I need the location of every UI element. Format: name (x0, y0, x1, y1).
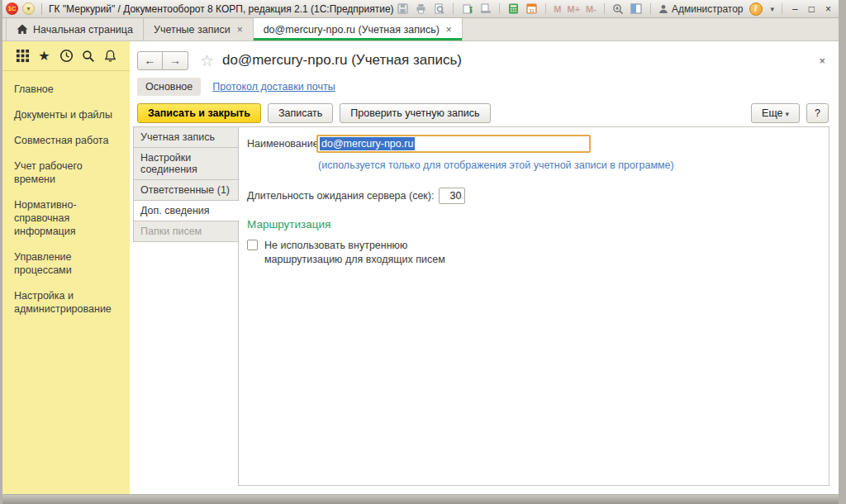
name-input[interactable]: do@mercury-npo.ru (316, 135, 591, 153)
app-logo-icon[interactable]: 1С (6, 2, 18, 15)
print-preview-icon[interactable] (433, 2, 445, 15)
svg-text:31: 31 (530, 8, 535, 13)
app-window: 1С ▾ ГК "Меркурий" / Документооборот 8 К… (0, 0, 846, 504)
page-title: do@mercury-npo.ru (Учетная запись) (222, 52, 462, 69)
calendar-icon[interactable]: 31 (525, 2, 538, 15)
sidebar-tools: ★ (2, 41, 130, 71)
save-icon[interactable] (397, 2, 409, 15)
check-account-button[interactable]: Проверить учетную запись (340, 103, 490, 123)
close-window-button[interactable]: × (823, 3, 834, 15)
additional-info-panel: Наименование: do@mercury-npo.ru (использ… (238, 126, 829, 486)
send-file-icon[interactable] (479, 2, 492, 15)
form-content: Учетная запись Настройки соединения Отве… (130, 123, 839, 486)
form-side-tabs: Учетная запись Настройки соединения Отве… (133, 126, 239, 242)
main-area: ← → ☆ do@mercury-npo.ru (Учетная запись)… (130, 41, 839, 494)
split-view-icon[interactable] (630, 2, 643, 15)
form-header: ← → ☆ do@mercury-npo.ru (Учетная запись)… (130, 41, 839, 71)
save-and-close-button[interactable]: Записать и закрыть (137, 103, 261, 123)
zoom-icon[interactable] (612, 2, 625, 15)
side-tab-account[interactable]: Учетная запись (133, 126, 239, 148)
divider (604, 3, 605, 14)
side-tab-connection-settings[interactable]: Настройки соединения (133, 147, 239, 180)
memory-recall-button[interactable]: M (554, 4, 561, 14)
sections-sidebar: ★ Главное Документы и файлы Совместная р… (2, 41, 130, 494)
routing-group-heading: Маршрутизация (247, 218, 820, 231)
server-timeout-label: Длительность ожидания сервера (сек): (247, 190, 434, 202)
sidebar-item-settings-administration[interactable]: Настройка и администрирование (14, 289, 130, 316)
divider (545, 3, 546, 14)
search-icon[interactable] (80, 48, 97, 64)
divider (453, 3, 454, 14)
side-tab-additional-info[interactable]: Доп. сведения (133, 200, 240, 221)
user-icon (658, 4, 668, 14)
window-title: ГК "Меркурий" / Документооборот 8 КОРП, … (49, 3, 394, 15)
sidebar-item-collaboration[interactable]: Совместная работа (14, 134, 130, 147)
nav-tab-mail-delivery-log[interactable]: Протокол доставки почты (212, 81, 335, 93)
caret-down-icon: ▾ (786, 110, 790, 118)
routing-checkbox-label: Не использовать внутреннюю маршрутизацию… (264, 239, 471, 268)
sidebar-item-documents-files[interactable]: Документы и файлы (14, 108, 130, 121)
tab-label: do@mercury-npo.ru (Учетная запись) (264, 24, 440, 36)
form-nav-tabs: Основное Протокол доставки почты (130, 71, 839, 96)
routing-checkbox[interactable] (247, 240, 258, 250)
divider (499, 3, 500, 14)
tab-home[interactable]: Начальная страница (6, 18, 144, 40)
tab-label: Учетные записи (154, 24, 231, 36)
tab-accounts-list[interactable]: Учетные записи × (144, 18, 254, 40)
window-bottom-frame (2, 494, 839, 504)
info-dropdown-icon[interactable]: ▾ (771, 5, 775, 13)
name-field-hint: (используется только для отображения это… (318, 159, 682, 174)
history-icon[interactable] (58, 48, 74, 64)
memory-add-button[interactable]: M+ (568, 4, 581, 14)
save-button[interactable]: Записать (268, 103, 333, 123)
user-name: Администратор (672, 3, 744, 15)
home-icon (17, 24, 28, 35)
attach-file-icon[interactable] (461, 2, 473, 15)
tab-label: Начальная страница (33, 24, 133, 36)
help-button[interactable]: ? (806, 103, 829, 123)
sidebar-item-main[interactable]: Главное (14, 83, 130, 96)
sidebar-item-time-tracking[interactable]: Учет рабочего времени (14, 159, 130, 186)
title-bar: 1С ▾ ГК "Меркурий" / Документооборот 8 К… (2, 0, 839, 18)
maximize-button[interactable]: □ (806, 3, 817, 15)
more-button[interactable]: Еще▾ (751, 103, 800, 123)
memory-subtract-button[interactable]: M- (586, 4, 596, 14)
system-menu-dropdown-button[interactable]: ▾ (22, 2, 35, 15)
tab-account-do-mercury[interactable]: do@mercury-npo.ru (Учетная запись) × (254, 18, 463, 40)
sidebar-item-process-management[interactable]: Управление процессами (14, 250, 130, 277)
menu-grid-icon[interactable] (14, 48, 31, 64)
name-input-selected-text: do@mercury-npo.ru (320, 137, 415, 150)
server-timeout-input[interactable]: 30 (439, 188, 465, 204)
sidebar-item-reference-info[interactable]: Нормативно-справочная информация (14, 198, 130, 238)
divider (650, 3, 651, 14)
divider (41, 3, 42, 15)
name-field-label: Наименование: (247, 138, 316, 150)
close-tab-icon[interactable]: × (237, 24, 243, 36)
minimize-button[interactable]: – (790, 3, 801, 15)
sections-menu: Главное Документы и файлы Совместная раб… (2, 71, 130, 328)
print-icon[interactable] (415, 2, 427, 15)
forward-button[interactable]: → (163, 51, 188, 70)
side-tab-responsible[interactable]: Ответственные (1) (133, 179, 239, 201)
nav-tab-general[interactable]: Основное (137, 78, 201, 96)
favorites-icon[interactable]: ★ (36, 48, 53, 64)
divider (782, 3, 782, 14)
info-icon[interactable]: i (749, 2, 763, 16)
form-toolbar: Записать и закрыть Записать Проверить уч… (130, 96, 839, 123)
notifications-bell-icon[interactable] (102, 48, 118, 64)
close-tab-icon[interactable]: × (446, 24, 452, 36)
calculator-icon[interactable] (507, 2, 520, 15)
side-tab-mail-folders: Папки писем (133, 221, 239, 242)
current-user-button[interactable]: Администратор (658, 3, 744, 15)
back-button[interactable]: ← (137, 51, 163, 70)
close-form-icon[interactable]: × (815, 53, 829, 69)
open-windows-tabbar: Начальная страница Учетные записи × do@m… (2, 18, 839, 41)
add-to-favorites-star-icon[interactable]: ☆ (200, 51, 214, 70)
